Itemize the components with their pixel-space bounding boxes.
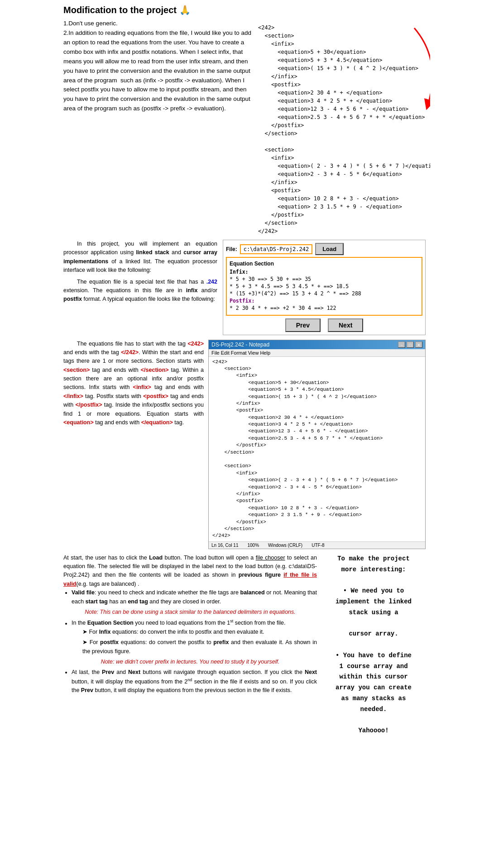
bottom-section: At start, the user has to click the Load… xyxy=(63,554,426,737)
eq-section-list: In the Equation Section you need to load… xyxy=(63,618,317,656)
eq-section-title: Equation Section xyxy=(230,261,419,267)
br-line5: implement the linked xyxy=(321,597,426,607)
bottom-right-block: To make the project more interesting: • … xyxy=(321,554,426,737)
equation-output: Infix: * 5 + 30 ==> 5 30 + ==> 35 * 5 + … xyxy=(230,268,419,312)
zoom-level: 100% xyxy=(248,543,259,548)
next-button[interactable]: Next xyxy=(328,318,363,332)
br-line13: array you can create xyxy=(321,683,426,693)
br-line2: more interesting: xyxy=(321,564,426,575)
right-code-block: <242> <section> <infix> <equation>5 + 30… xyxy=(258,19,430,235)
navigation-buttons: Prev Next xyxy=(226,318,422,332)
line-ending: Windows (CRLF) xyxy=(268,543,302,548)
cursor-position: Ln 16, Col 11 xyxy=(211,543,239,548)
notepad-title: DS-Proj2.242 - Notepad xyxy=(211,342,269,348)
postfix-line-1: * 2 30 4 * + ==> +2 * 30 4 ==> 122 xyxy=(230,305,336,311)
infix-line-1: * 5 + 30 ==> 5 30 + ==> 35 xyxy=(230,276,311,282)
page-title: Modification to the project 🙏 xyxy=(63,5,426,15)
file-row: File: c:\data\DS-Proj2.242 Load xyxy=(226,243,422,255)
file-label: File: xyxy=(226,246,237,252)
br-line14: as many stacks as xyxy=(321,693,426,704)
notepad-window: DS-Proj2.242 - Notepad − □ ✕ File Edit F… xyxy=(208,340,426,549)
notepad-statusbar: Ln 16, Col 11 100% Windows (CRLF) UTF-8 xyxy=(209,541,425,549)
mid-p2: The equation file is a special text file… xyxy=(63,278,217,304)
notepad-content: <242> <section> <infix> <equation>5 + 30… xyxy=(209,357,425,541)
bottom-list: Valid file: you need to check and indica… xyxy=(63,588,317,606)
br-line1: To make the project xyxy=(321,554,426,564)
equation-section-box: Equation Section Infix: * 5 + 30 ==> 5 3… xyxy=(226,257,422,316)
note-2: Note: we didn't cover prefix in lectures… xyxy=(63,658,317,666)
br-line17: Yahoooo! xyxy=(321,726,426,736)
bottom-p1: At start, the user has to click the Load… xyxy=(63,554,317,589)
infix-line-2: * 5 + 3 * 4.5 ==> 5 3 4.5 * + ==> 18.5 xyxy=(230,283,349,289)
file-path-display: c:\data\DS-Proj2.242 xyxy=(240,244,313,254)
mid-p1: In this project, you will implement an e… xyxy=(63,240,217,275)
close-button[interactable]: ✕ xyxy=(415,342,422,348)
bottom-description: At start, the user has to click the Load… xyxy=(63,554,317,737)
postfix-label: Postfix: xyxy=(230,298,254,304)
intro-text: 1.Don't use generic. 2.In addition to re… xyxy=(63,19,254,235)
br-line4: • We need you to xyxy=(321,586,426,597)
encoding: UTF-8 xyxy=(312,543,324,548)
eq-sub-list: For Infix equations: do convert the infi… xyxy=(72,628,317,656)
window-buttons: − □ ✕ xyxy=(398,342,422,348)
notepad-desc-text: The equations file has to start with the… xyxy=(63,340,204,427)
infix-item: For Infix equations: do convert the infi… xyxy=(77,628,317,636)
eq-section-item: In the Equation Section you need to load… xyxy=(72,618,317,656)
last-list: At last, the Prev and Next buttons will … xyxy=(63,668,317,695)
valid-file-item: Valid file: you need to check and indica… xyxy=(72,588,317,606)
br-line11: 1 course array and xyxy=(321,661,426,672)
br-line6: stack using a xyxy=(321,607,426,618)
prev-button[interactable]: Prev xyxy=(285,318,321,332)
load-button[interactable]: Load xyxy=(315,243,344,255)
br-line10: • You have to define xyxy=(321,650,426,661)
right-code-text: <242> <section> <infix> <equation>5 + 30… xyxy=(258,24,430,235)
notepad-titlebar: DS-Proj2.242 - Notepad − □ ✕ xyxy=(209,340,425,349)
top-section: 1.Don't use generic. 2.In addition to re… xyxy=(63,19,426,235)
br-line12: within this cursor xyxy=(321,672,426,683)
infix-line-3: * (15 +3)*(4^2) ==> 15 3 + 4 2 ^ * ==> 2… xyxy=(230,290,361,297)
prev-next-item: At last, the Prev and Next buttons will … xyxy=(72,668,317,695)
mid-text-block: In this project, you will implement an e… xyxy=(63,240,217,335)
infix-label: Infix: xyxy=(230,269,249,275)
maximize-button[interactable]: □ xyxy=(407,342,414,348)
red-arrow-icon xyxy=(410,24,430,114)
notepad-section: The equations file has to start with the… xyxy=(63,340,426,549)
notepad-menu: File Edit Format View Help xyxy=(209,349,425,357)
postfix-item: For postfix equations: do convert the po… xyxy=(77,638,317,656)
minimize-button[interactable]: − xyxy=(398,342,405,348)
mid-section: In this project, you will implement an e… xyxy=(63,240,426,335)
br-line8: cursor array. xyxy=(321,629,426,640)
notepad-description: The equations file has to start with the… xyxy=(63,340,204,549)
br-line15: needed. xyxy=(321,704,426,715)
equation-figure: File: c:\data\DS-Proj2.242 Load Equation… xyxy=(223,240,426,335)
note-1: Note: This can be done using a stack sim… xyxy=(63,608,317,617)
